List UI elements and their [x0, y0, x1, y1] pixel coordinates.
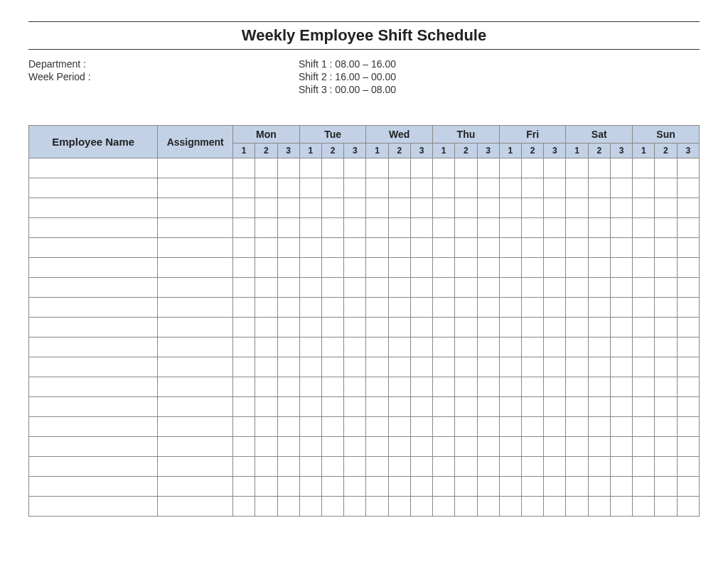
cell-shift — [388, 298, 410, 318]
cell-shift — [255, 417, 277, 437]
cell-shift — [677, 457, 699, 477]
header-shift: 2 — [255, 144, 277, 158]
cell-shift — [255, 198, 277, 218]
department-label: Department : — [28, 58, 299, 70]
cell-employee-name — [29, 258, 158, 278]
cell-shift — [566, 477, 588, 497]
cell-shift — [588, 178, 610, 198]
cell-shift — [277, 497, 299, 517]
cell-shift — [521, 298, 543, 318]
header-shift: 2 — [588, 144, 610, 158]
cell-shift — [588, 238, 610, 258]
cell-shift — [477, 198, 499, 218]
cell-shift — [366, 178, 388, 198]
cell-shift — [477, 178, 499, 198]
cell-shift — [344, 238, 366, 258]
table-body — [29, 158, 700, 517]
cell-shift — [477, 437, 499, 457]
cell-shift — [233, 158, 255, 178]
cell-shift — [677, 218, 699, 238]
cell-shift — [366, 258, 388, 278]
cell-employee-name — [29, 198, 158, 218]
cell-shift — [655, 278, 677, 298]
cell-shift — [633, 178, 655, 198]
cell-shift — [366, 397, 388, 417]
cell-shift — [255, 357, 277, 377]
cell-shift — [344, 437, 366, 457]
cell-shift — [344, 158, 366, 178]
cell-shift — [255, 437, 277, 457]
table-row — [29, 198, 700, 218]
cell-shift — [277, 318, 299, 337]
cell-assignment — [158, 278, 233, 298]
cell-shift — [521, 318, 543, 337]
cell-shift — [499, 417, 521, 437]
cell-shift — [566, 437, 588, 457]
cell-shift — [433, 198, 455, 218]
cell-shift — [255, 298, 277, 318]
header-shift: 3 — [544, 144, 566, 158]
cell-shift — [410, 397, 432, 417]
cell-shift — [255, 377, 277, 397]
cell-shift — [388, 457, 410, 477]
header-shift: 2 — [655, 144, 677, 158]
cell-shift — [544, 198, 566, 218]
cell-shift — [521, 337, 543, 357]
cell-shift — [433, 397, 455, 417]
cell-shift — [566, 218, 588, 238]
cell-shift — [277, 477, 299, 497]
cell-shift — [633, 218, 655, 238]
cell-shift — [410, 278, 432, 298]
cell-shift — [299, 357, 321, 377]
cell-employee-name — [29, 437, 158, 457]
cell-shift — [410, 178, 432, 198]
cell-shift — [321, 417, 343, 437]
cell-shift — [433, 477, 455, 497]
header-employee-name: Employee Name — [29, 126, 158, 158]
cell-shift — [299, 337, 321, 357]
cell-shift — [544, 318, 566, 337]
cell-employee-name — [29, 238, 158, 258]
cell-shift — [655, 298, 677, 318]
cell-shift — [321, 238, 343, 258]
cell-shift — [610, 258, 632, 278]
cell-shift — [299, 397, 321, 417]
cell-shift — [388, 198, 410, 218]
cell-shift — [344, 397, 366, 417]
cell-employee-name — [29, 318, 158, 337]
cell-shift — [499, 158, 521, 178]
cell-shift — [233, 258, 255, 278]
divider-top — [28, 21, 700, 22]
cell-shift — [366, 437, 388, 457]
cell-shift — [610, 278, 632, 298]
cell-shift — [233, 178, 255, 198]
cell-shift — [633, 377, 655, 397]
cell-assignment — [158, 437, 233, 457]
cell-shift — [544, 337, 566, 357]
cell-shift — [521, 278, 543, 298]
cell-shift — [521, 158, 543, 178]
cell-shift — [410, 298, 432, 318]
cell-shift — [433, 318, 455, 337]
cell-shift — [410, 258, 432, 278]
cell-shift — [299, 198, 321, 218]
cell-shift — [433, 357, 455, 377]
cell-shift — [277, 337, 299, 357]
cell-shift — [499, 357, 521, 377]
cell-shift — [455, 158, 477, 178]
cell-shift — [321, 337, 343, 357]
cell-shift — [610, 298, 632, 318]
cell-shift — [633, 397, 655, 417]
cell-assignment — [158, 198, 233, 218]
cell-shift — [388, 278, 410, 298]
header-shift: 1 — [233, 144, 255, 158]
cell-employee-name — [29, 477, 158, 497]
cell-employee-name — [29, 377, 158, 397]
cell-assignment — [158, 298, 233, 318]
cell-shift — [588, 417, 610, 437]
cell-shift — [366, 357, 388, 377]
cell-shift — [521, 238, 543, 258]
cell-shift — [277, 437, 299, 457]
cell-employee-name — [29, 278, 158, 298]
cell-shift — [366, 238, 388, 258]
